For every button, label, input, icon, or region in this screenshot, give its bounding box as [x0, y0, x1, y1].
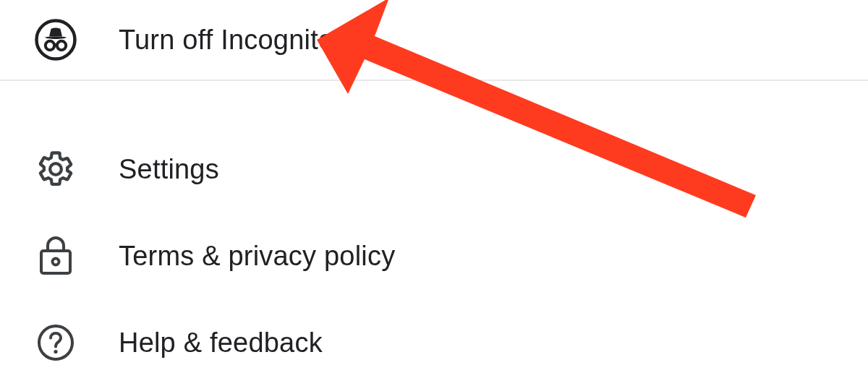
account-menu: Turn off Incognito Settings Terms & priv… — [0, 0, 868, 386]
menu-item-label: Terms & privacy policy — [119, 241, 395, 272]
svg-rect-3 — [41, 251, 70, 273]
svg-point-6 — [54, 350, 57, 353]
svg-point-0 — [37, 21, 75, 59]
menu-item-label: Settings — [119, 154, 219, 185]
menu-item-settings[interactable]: Settings — [0, 126, 868, 213]
gear-icon — [33, 147, 78, 192]
menu-item-help-feedback[interactable]: Help & feedback — [0, 299, 868, 386]
incognito-icon — [33, 17, 78, 62]
menu-item-label: Turn off Incognito — [119, 25, 333, 56]
lock-icon — [33, 233, 78, 278]
menu-item-terms-privacy[interactable]: Terms & privacy policy — [0, 213, 868, 299]
menu-spacer — [0, 81, 868, 126]
help-icon — [33, 320, 78, 365]
menu-item-label: Help & feedback — [119, 327, 323, 359]
svg-point-4 — [53, 259, 59, 265]
menu-item-turn-off-incognito[interactable]: Turn off Incognito — [0, 0, 868, 80]
